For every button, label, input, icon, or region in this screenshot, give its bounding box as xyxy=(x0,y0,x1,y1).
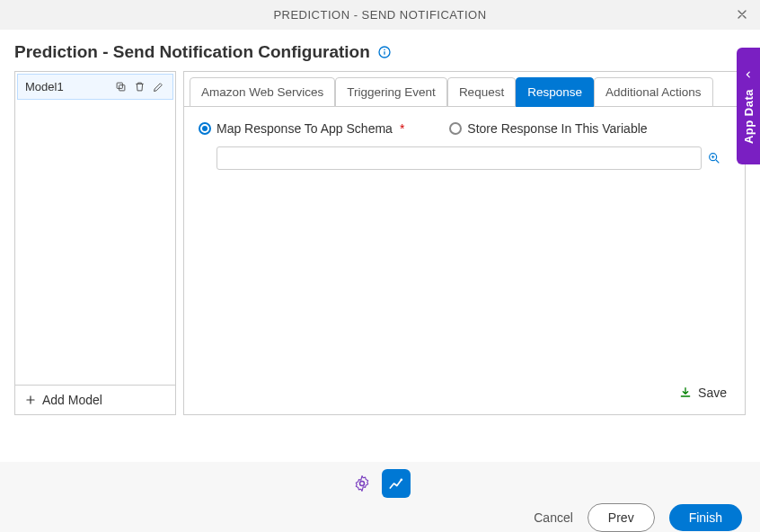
delete-button[interactable] xyxy=(133,80,146,93)
config-panel: Amazon Web Services Triggering Event Req… xyxy=(183,71,746,415)
response-radio-group: Map Response To App Schema * Store Respo… xyxy=(199,121,730,136)
radio-store-in-variable[interactable]: Store Response In This Variable xyxy=(449,121,647,136)
finish-button[interactable]: Finish xyxy=(669,504,742,531)
info-icon xyxy=(377,45,392,59)
model-item[interactable]: Model1 xyxy=(17,74,173,100)
tab-triggering-event[interactable]: Triggering Event xyxy=(335,77,447,107)
drawer-label: App Data xyxy=(742,89,756,144)
radio-map-to-schema[interactable]: Map Response To App Schema * xyxy=(199,121,404,136)
model-list-spacer xyxy=(15,102,175,385)
tab-bar: Amazon Web Services Triggering Event Req… xyxy=(184,72,745,107)
search-plus-icon xyxy=(707,151,721,165)
radio-label: Store Response In This Variable xyxy=(467,121,647,136)
plus-icon xyxy=(24,394,37,406)
tab-body: Map Response To App Schema * Store Respo… xyxy=(184,107,745,414)
model-item-actions xyxy=(114,80,165,93)
window-title: PREDICTION - SEND NOTIFICATION xyxy=(273,8,486,22)
svg-point-2 xyxy=(384,49,385,51)
radio-icon xyxy=(449,122,462,135)
trash-icon xyxy=(133,80,146,93)
svg-rect-3 xyxy=(119,85,125,91)
model-panel: Model1 Add Model xyxy=(14,71,176,415)
analytics-icon xyxy=(387,474,405,492)
radio-icon-selected xyxy=(199,122,211,135)
prev-button[interactable]: Prev xyxy=(588,503,655,532)
page-title-row: Prediction - Send Notification Configura… xyxy=(0,30,760,71)
toolbar-row xyxy=(0,462,760,498)
save-button[interactable]: Save xyxy=(199,378,730,407)
bottom-bar: Cancel Prev Finish xyxy=(0,462,760,532)
settings-button[interactable] xyxy=(349,471,375,496)
cancel-button[interactable]: Cancel xyxy=(534,510,573,525)
required-star: * xyxy=(400,121,404,136)
schema-input[interactable] xyxy=(217,146,702,170)
tab-amazon-web-services[interactable]: Amazon Web Services xyxy=(190,77,335,107)
chevron-left-icon xyxy=(744,67,753,82)
save-label: Save xyxy=(698,386,727,400)
tab-body-spacer xyxy=(199,170,730,378)
edit-button[interactable] xyxy=(152,80,165,93)
close-icon xyxy=(735,7,749,22)
analytics-button[interactable] xyxy=(382,469,411,498)
svg-point-9 xyxy=(360,482,365,486)
page-title: Prediction - Send Notification Configura… xyxy=(14,42,370,62)
svg-rect-4 xyxy=(117,83,122,88)
svg-line-6 xyxy=(716,160,719,163)
tab-additional-actions[interactable]: Additional Actions xyxy=(594,77,713,107)
schema-input-row xyxy=(217,146,730,170)
download-icon xyxy=(678,386,693,400)
main-content: Model1 Add Model Amazon Web Services Tri… xyxy=(0,71,760,415)
copy-button[interactable] xyxy=(114,80,128,93)
tab-request[interactable]: Request xyxy=(447,77,516,107)
lookup-button[interactable] xyxy=(707,151,721,165)
tab-response[interactable]: Response xyxy=(516,77,594,107)
app-data-drawer[interactable]: App Data xyxy=(737,48,760,164)
gear-icon xyxy=(353,474,371,492)
copy-icon xyxy=(114,80,128,93)
svg-point-10 xyxy=(401,479,403,482)
close-button[interactable] xyxy=(733,5,751,23)
title-bar: PREDICTION - SEND NOTIFICATION xyxy=(0,0,760,30)
model-label: Model1 xyxy=(25,80,64,93)
radio-label: Map Response To App Schema xyxy=(217,121,393,136)
pencil-icon xyxy=(152,80,165,93)
info-button[interactable] xyxy=(377,45,392,59)
add-model-button[interactable]: Add Model xyxy=(15,385,175,414)
add-model-label: Add Model xyxy=(42,393,102,407)
footer-buttons: Cancel Prev Finish xyxy=(0,498,760,532)
